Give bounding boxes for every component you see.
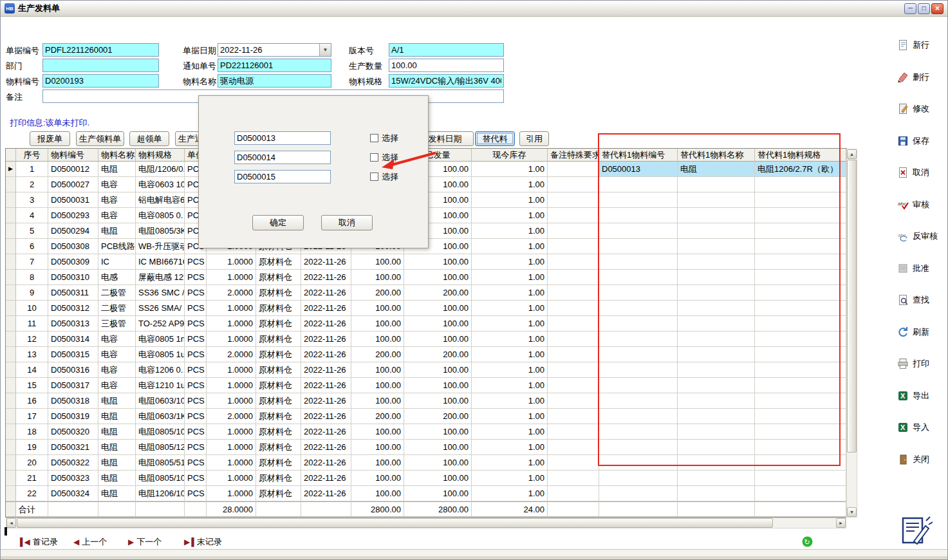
cell-seq[interactable]: 7 (16, 254, 48, 270)
cell-issued[interactable]: 200.00 (404, 347, 472, 362)
select-checkbox-row-1[interactable]: 选择 (370, 133, 398, 143)
select-checkbox-row-2[interactable]: 选择 (370, 153, 398, 162)
toolbar-audit[interactable]: abc 审核 (897, 198, 929, 212)
cell-seq[interactable]: 10 (16, 301, 48, 316)
cell-unit[interactable]: PCS (185, 285, 207, 301)
cell-seq[interactable]: 5 (16, 223, 48, 239)
cell-issued[interactable]: 200.00 (404, 409, 472, 424)
cell-seq[interactable]: 11 (16, 316, 48, 331)
cell-remark[interactable] (548, 270, 599, 285)
cell-spec[interactable]: 电阻0805/10 (136, 471, 185, 486)
cell-sub_name[interactable] (678, 362, 755, 378)
cell-seq[interactable]: 17 (16, 409, 48, 424)
cell-sub_name[interactable] (678, 177, 755, 192)
cell-unit[interactable]: PCS (185, 362, 207, 378)
version-field[interactable] (389, 43, 504, 57)
toolbar-unaudit[interactable]: abc 反审核 (897, 229, 938, 243)
cell-due[interactable]: 100.00 (351, 378, 404, 393)
cell-remark[interactable] (548, 486, 599, 501)
cell-spec[interactable]: 铝电解电容6. (136, 192, 185, 208)
cell-remark[interactable] (548, 239, 599, 254)
cell-wh[interactable]: 原材料仓 (256, 440, 301, 455)
cell-date[interactable]: 2022-11-26 (301, 471, 351, 486)
cell-wh[interactable]: 原材料仓 (256, 301, 301, 316)
cancel-button[interactable]: 取消 (321, 215, 373, 230)
cell-name[interactable]: 电阻 (98, 471, 136, 486)
cell-seq[interactable]: 4 (16, 208, 48, 223)
cell-unit[interactable]: PCS (185, 393, 207, 409)
table-row[interactable]: 19D0500321电阻电阻0805/12PCS1.0000原材料仓2022-1… (6, 440, 846, 455)
cell-code[interactable]: D0500012 (48, 162, 98, 177)
vertical-scrollbar[interactable]: ▲ ▼ (846, 149, 857, 518)
substitute-material-button[interactable]: 替代料 (475, 131, 515, 146)
cell-name[interactable]: 电阻 (98, 393, 136, 409)
cell-sub_code[interactable] (599, 254, 678, 270)
cell-sub_code[interactable] (599, 301, 678, 316)
cell-due[interactable]: 200.00 (351, 285, 404, 301)
cell-due[interactable]: 100.00 (351, 254, 404, 270)
cell-sub_spec[interactable] (755, 347, 846, 362)
table-row[interactable]: 10D0500312二极管SS26 SMA/ 2PCS1.0000原材料仓202… (6, 301, 846, 316)
cell-seq[interactable]: 2 (16, 177, 48, 192)
cell-date[interactable]: 2022-11-26 (301, 285, 351, 301)
cell-seq[interactable]: 15 (16, 378, 48, 393)
cell-code[interactable]: D0500321 (48, 440, 98, 455)
cell-issued[interactable]: 100.00 (404, 316, 472, 331)
cell-stock[interactable]: 1.00 (472, 486, 548, 501)
cell-wh[interactable]: 原材料仓 (256, 409, 301, 424)
cell-due[interactable]: 100.00 (351, 393, 404, 409)
cell-unit[interactable]: PCS (185, 455, 207, 471)
cell-sub_code[interactable] (599, 393, 678, 409)
cell-date[interactable]: 2022-11-26 (301, 270, 351, 285)
cell-remark[interactable] (548, 424, 599, 440)
table-row[interactable]: 20D0500322电阻电阻0805/51PCS1.0000原材料仓2022-1… (6, 455, 846, 471)
toolbar-approve[interactable]: 批准 (897, 261, 929, 275)
table-row[interactable]: 21D0500323电阻电阻0805/10PCS1.0000原材料仓2022-1… (6, 471, 846, 486)
cell-spec[interactable]: 电阻0805/51 (136, 455, 185, 471)
cell-code[interactable]: D0500318 (48, 393, 98, 409)
select-all-corner[interactable] (6, 149, 16, 162)
cell-date[interactable]: 2022-11-26 (301, 393, 351, 409)
cell-code[interactable]: D0500323 (48, 471, 98, 486)
cell-sub_spec[interactable] (755, 424, 846, 440)
cell-sub_name[interactable] (678, 347, 755, 362)
column-header-sub_spec[interactable]: 替代料1物料规格 (755, 149, 846, 162)
cell-unit[interactable]: PCS (185, 347, 207, 362)
cell-code[interactable]: D0500320 (48, 424, 98, 440)
cell-wh[interactable]: 原材料仓 (256, 424, 301, 440)
cell-name[interactable]: PCB线路板 (98, 239, 136, 254)
toolbar-save[interactable]: 保存 (897, 134, 929, 148)
substitute-code-input-3[interactable] (234, 170, 331, 183)
cell-due[interactable]: 100.00 (351, 471, 404, 486)
nav-last-record[interactable]: ▶▐ 末记录 (184, 536, 222, 548)
column-header-stock[interactable]: 现今库存 (472, 149, 548, 162)
cell-issued[interactable]: 100.00 (404, 471, 472, 486)
cell-sub_name[interactable] (678, 440, 755, 455)
cell-sub_name[interactable] (678, 239, 755, 254)
cell-sub_name[interactable] (678, 301, 755, 316)
cell-sub_name[interactable] (678, 285, 755, 301)
cell-remark[interactable] (548, 192, 599, 208)
cell-code[interactable]: D0500294 (48, 223, 98, 239)
cell-sub_spec[interactable] (755, 301, 846, 316)
cell-unit[interactable]: PCS (185, 270, 207, 285)
cell-spec[interactable]: 电阻1206/10 (136, 486, 185, 501)
cell-remark[interactable] (548, 362, 599, 378)
mat-no-field[interactable] (42, 74, 159, 88)
cell-qty[interactable]: 1.0000 (207, 316, 256, 331)
cell-sub_spec[interactable] (755, 223, 846, 239)
cell-sub_spec[interactable] (755, 409, 846, 424)
cell-wh[interactable]: 原材料仓 (256, 316, 301, 331)
checkbox-icon[interactable] (370, 134, 378, 142)
cell-spec[interactable]: 电阻0805/12 (136, 440, 185, 455)
cell-code[interactable]: D0500312 (48, 301, 98, 316)
cell-seq[interactable]: 19 (16, 440, 48, 455)
cell-code[interactable]: D0500319 (48, 409, 98, 424)
cell-spec[interactable]: 电阻0805/3K (136, 223, 185, 239)
cell-sub_code[interactable] (599, 192, 678, 208)
cell-seq[interactable]: 9 (16, 285, 48, 301)
table-row[interactable]: 9D0500311二极管SS36 SMC / 3PCS2.0000原材料仓202… (6, 285, 846, 301)
cell-sub_spec[interactable] (755, 378, 846, 393)
cell-stock[interactable]: 1.00 (472, 424, 548, 440)
table-row[interactable]: 14D0500316电容电容1206 0.PCS1.0000原材料仓2022-1… (6, 362, 846, 378)
